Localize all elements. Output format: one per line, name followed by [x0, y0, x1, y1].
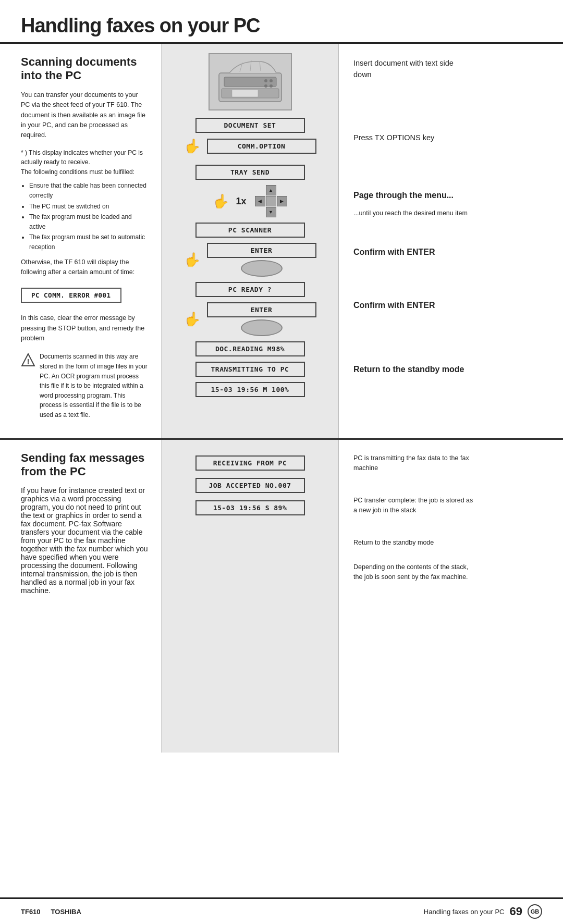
svg-point-9	[270, 84, 273, 88]
footer-model: TF610	[21, 908, 41, 916]
display-job-accepted: JOB ACCEPTED NO.007	[195, 478, 305, 493]
enter-row-1: 👆 ENTER	[172, 243, 328, 277]
right-until-menu: ...until you reach the desired menu item	[353, 206, 547, 220]
display-tray-send-visible: TRAY SEND	[195, 165, 305, 180]
scanning-left-col: Scanning documents into the PC You can t…	[0, 44, 162, 438]
warning-block: ! Documents scanned in this way are stor…	[21, 352, 149, 420]
display-standby-s89: 15-03 19:56 S 89%	[195, 500, 305, 515]
display-enter-2: ENTER	[207, 302, 316, 317]
hand-icon-1: 👆	[184, 138, 201, 154]
display-pc-scanner: PC SCANNER	[195, 223, 305, 238]
sending-body: If you have for instance created text or…	[21, 486, 149, 595]
scanning-mid-col: DOCUMENT SET 👆 COMM.OPTION DOCUMENT SET …	[162, 44, 339, 438]
display-standby-time: 15-03 19:56 M 100%	[195, 382, 305, 397]
hand-icon-2: 👆	[213, 193, 229, 210]
scanning-right-col: Insert document with text sidedown Press…	[339, 44, 563, 438]
page-number: 69	[510, 905, 522, 918]
display-transmitting: TRANSMITTING TO PC	[195, 362, 305, 377]
nav-row: 👆 1x ▲ ◀ ▶ ▼	[172, 185, 328, 217]
hand-icon-3: 👆	[184, 252, 201, 268]
warning-icon: !	[21, 353, 35, 367]
page: Handling faxes on your PC Scanning docum…	[0, 0, 563, 924]
enter-oval-2[interactable]	[241, 319, 283, 336]
enter-row-2: 👆 ENTER	[172, 302, 328, 336]
scanning-heading: Scanning documents into the PC	[21, 55, 149, 83]
sending-left-col: Sending fax messages from the PC If you …	[0, 440, 162, 753]
display-comm-option: COMM.OPTION	[207, 139, 316, 154]
sending-right-col: PC is transmitting the fax data to the f…	[339, 440, 563, 753]
nav-left-btn[interactable]: ◀	[255, 196, 265, 206]
condition-item: The PC must be switched on	[29, 202, 149, 212]
enter-oval-1[interactable]	[241, 260, 283, 277]
right-confirm-2: Confirm with ENTER	[353, 297, 547, 314]
right-pc-transmitting: PC is transmitting the fax data to the f…	[353, 451, 547, 476]
device-image	[209, 53, 292, 110]
sending-mid-col: RECEIVING FROM PC JOB ACCEPTED NO.007 15…	[162, 440, 339, 753]
page-title: Handling faxes on your PC	[0, 0, 563, 44]
right-press-tx: Press TX OPTIONS key	[353, 130, 547, 145]
footer-right-text: Handling faxes on your PC	[424, 908, 505, 916]
sending-section: Sending fax messages from the PC If you …	[0, 440, 563, 753]
right-page-through: Page through the menu...	[353, 187, 547, 204]
right-confirm-1: Confirm with ENTER	[353, 244, 547, 261]
svg-text:!: !	[27, 358, 30, 366]
footer-right: Handling faxes on your PC 69 GB	[424, 904, 542, 919]
display-receiving-from-pc: RECEIVING FROM PC	[195, 455, 305, 471]
error-display-box: PC COMM. ERROR #001	[21, 288, 121, 303]
footer: TF610 TOSHIBA Handling faxes on your PC …	[0, 897, 563, 924]
footer-brand: TOSHIBA	[51, 908, 81, 916]
footer-left: TF610 TOSHIBA	[21, 908, 81, 916]
display-enter-1: ENTER	[207, 243, 316, 258]
right-standby: Return to the standby mode	[353, 361, 547, 378]
right-return-standby: Return to the standby mode	[353, 536, 547, 550]
condition-item: The fax program must be set to automatic…	[29, 232, 149, 252]
hand-icon-4: 👆	[184, 311, 201, 327]
otherwise-text: Otherwise, the TF 610 will display the f…	[21, 257, 149, 278]
scanning-body: You can transfer your documents to your …	[21, 90, 149, 141]
svg-rect-5	[232, 90, 258, 97]
right-job-stored: PC transfer complete: the job is stored …	[353, 494, 547, 518]
sending-heading: Sending fax messages from the PC	[21, 451, 149, 479]
svg-point-7	[270, 79, 273, 82]
comm-option-row: 👆 COMM.OPTION	[172, 138, 328, 154]
nav-cross: ▲ ◀ ▶ ▼	[255, 185, 287, 217]
scanning-section: Scanning documents into the PC You can t…	[0, 44, 563, 440]
warning-text: Documents scanned in this way are stored…	[40, 352, 149, 420]
svg-point-6	[264, 79, 267, 82]
nav-right-btn[interactable]: ▶	[277, 196, 287, 206]
right-stack-note: Depending on the contents of the stack,t…	[353, 560, 547, 585]
display-pc-ready: PC READY ?	[195, 282, 305, 297]
condition-item: Ensure that the cable has been connected…	[29, 181, 149, 200]
display-document-set: DOCUMENT SET	[195, 118, 305, 133]
error-text: In this case, clear the error message by…	[21, 313, 149, 343]
right-insert-doc: Insert document with text sidedown	[353, 55, 547, 83]
svg-rect-3	[224, 77, 276, 87]
nav-up-btn[interactable]: ▲	[266, 185, 276, 195]
condition-item: The fax program must be loaded and activ…	[29, 212, 149, 231]
nav-down-btn[interactable]: ▼	[266, 207, 276, 217]
svg-point-8	[264, 84, 267, 88]
one-x-label: 1x	[236, 196, 246, 207]
conditions-list: Ensure that the cable has been connected…	[29, 181, 149, 252]
gb-badge: GB	[528, 904, 542, 919]
display-doc-reading: DOC.READING M98%	[195, 341, 305, 356]
note-block: * ) This display indicates whether your …	[21, 148, 149, 177]
